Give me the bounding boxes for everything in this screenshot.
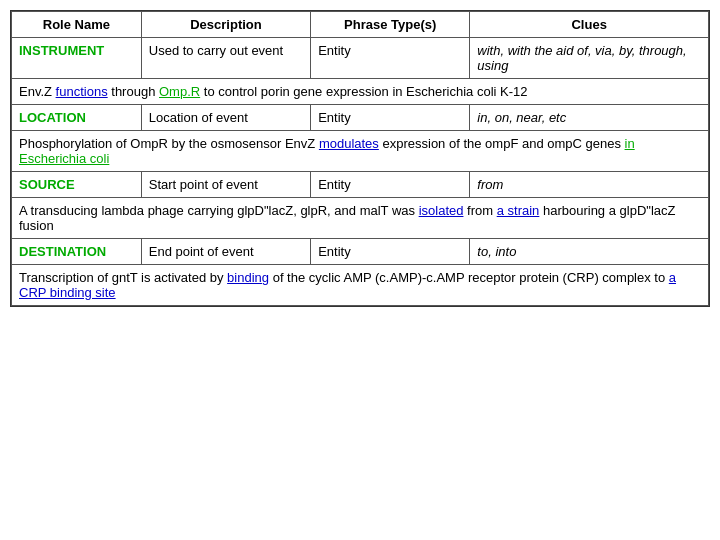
phrase-type-cell: Entity [311, 38, 470, 79]
role-cell: DESTINATION [12, 239, 142, 265]
text-content: Phosphorylation of OmpR by the osmosenso… [19, 136, 319, 151]
role-label: SOURCE [19, 177, 75, 192]
link[interactable]: binding [227, 270, 269, 285]
header-role: Role Name [12, 12, 142, 38]
role-label: DESTINATION [19, 244, 106, 259]
link[interactable]: modulates [319, 136, 379, 151]
clues-text: with, with the aid of, via, by, through,… [477, 43, 686, 73]
description-cell: Location of event [141, 105, 310, 131]
example-cell: A transducing lambda phage carrying glpD… [12, 198, 709, 239]
header-clues: Clues [470, 12, 709, 38]
clues-cell: in, on, near, etc [470, 105, 709, 131]
example-row: Env.Z functions through Omp.R to control… [12, 79, 709, 105]
description-cell: Used to carry out event [141, 38, 310, 79]
clues-text: to, into [477, 244, 516, 259]
description-cell: Start point of event [141, 172, 310, 198]
phrase-type-cell: Entity [311, 239, 470, 265]
description-cell: End point of event [141, 239, 310, 265]
header-phrase-type: Phrase Type(s) [311, 12, 470, 38]
role-cell: INSTRUMENT [12, 38, 142, 79]
text-content: of the cyclic AMP (c.AMP)-c.AMP receptor… [269, 270, 669, 285]
link[interactable]: isolated [419, 203, 464, 218]
main-table-container: Role Name Description Phrase Type(s) Clu… [10, 10, 710, 307]
clues-cell: to, into [470, 239, 709, 265]
example-cell: Transcription of gntT is activated by bi… [12, 265, 709, 306]
link[interactable]: functions [56, 84, 108, 99]
example-cell: Phosphorylation of OmpR by the osmosenso… [12, 131, 709, 172]
text-content: A transducing lambda phage carrying glpD… [19, 203, 419, 218]
clues-text: in, on, near, etc [477, 110, 566, 125]
example-row: A transducing lambda phage carrying glpD… [12, 198, 709, 239]
text-content: Transcription of gntT is activated by [19, 270, 227, 285]
header-description: Description [141, 12, 310, 38]
highlighted-text: a strain [497, 203, 540, 218]
phrase-type-text: Entity [318, 43, 351, 58]
description-text: Location of event [149, 110, 248, 125]
phrase-type-text: Entity [318, 244, 351, 259]
description-text: End point of event [149, 244, 254, 259]
text-content: Env.Z [19, 84, 56, 99]
example-row: Phosphorylation of OmpR by the osmosenso… [12, 131, 709, 172]
example-row: Transcription of gntT is activated by bi… [12, 265, 709, 306]
role-label: INSTRUMENT [19, 43, 104, 58]
example-cell: Env.Z functions through Omp.R to control… [12, 79, 709, 105]
table-row: INSTRUMENT Used to carry out event Entit… [12, 38, 709, 79]
role-cell: LOCATION [12, 105, 142, 131]
text-content: expression of the ompF and ompC genes [379, 136, 625, 151]
text-content: to control porin gene expression in Esch… [200, 84, 527, 99]
highlighted-text: Omp.R [159, 84, 200, 99]
role-cell: SOURCE [12, 172, 142, 198]
text-content: from [463, 203, 496, 218]
phrase-type-cell: Entity [311, 172, 470, 198]
clues-cell: with, with the aid of, via, by, through,… [470, 38, 709, 79]
table-row: LOCATION Location of event Entity in, on… [12, 105, 709, 131]
text-content: through [108, 84, 159, 99]
phrase-type-text: Entity [318, 177, 351, 192]
clues-cell: from [470, 172, 709, 198]
description-text: Start point of event [149, 177, 258, 192]
table-row: DESTINATION End point of event Entity to… [12, 239, 709, 265]
clues-text: from [477, 177, 503, 192]
role-label: LOCATION [19, 110, 86, 125]
description-text: Used to carry out event [149, 43, 283, 58]
phrase-type-text: Entity [318, 110, 351, 125]
table-row: SOURCE Start point of event Entity from [12, 172, 709, 198]
phrase-type-cell: Entity [311, 105, 470, 131]
